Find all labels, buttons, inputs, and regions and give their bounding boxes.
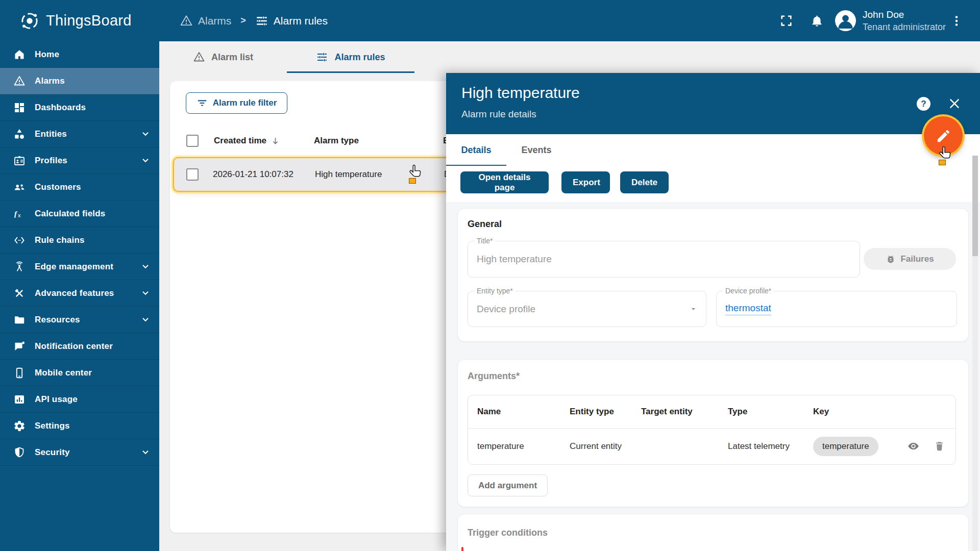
notifications-bell-button[interactable] [806,0,827,41]
tab-alarm-list[interactable]: Alarm list [159,41,287,73]
sidebar-item-home[interactable]: Home [0,41,159,68]
warning-icon [180,14,193,28]
user-info[interactable]: John Doe Tenant administrator [863,0,946,41]
badge-icon [13,155,26,167]
filter-button-label: Alarm rule filter [213,98,277,108]
column-alarm-type[interactable]: Alarm type [314,136,359,146]
svg-text:x: x [18,212,21,218]
sidebar-item-calculated-fields[interactable]: fx Calculated fields [0,201,159,227]
device-profile-link[interactable]: thermostat [725,303,771,315]
export-button[interactable]: Export [561,171,610,193]
sidebar-item-label: Dashboards [35,103,86,113]
delete-button[interactable]: Delete [620,171,669,193]
chevron-down-icon [140,261,151,272]
column-created-time[interactable]: Created time [214,136,266,146]
help-icon[interactable]: ? [917,97,930,111]
bug-icon [886,254,896,264]
title-field-value: High temperature [477,241,552,277]
breadcrumb-alarm-rules[interactable]: Alarm rules [255,14,328,28]
warning-icon [13,75,26,87]
alarm-rule-filter-button[interactable]: Alarm rule filter [186,92,287,114]
breadcrumb-alarms[interactable]: Alarms [180,14,231,28]
sidebar-item-settings[interactable]: Settings [0,413,159,439]
validation-error-marker [461,547,463,551]
user-avatar[interactable] [835,10,856,31]
fullscreen-button[interactable] [776,0,796,41]
sort-desc-icon[interactable] [271,136,280,146]
chevron-down-icon [140,128,151,139]
thingsboard-logo[interactable]: ThingsBoard [19,0,132,41]
column-target-entity: Target entity [641,407,728,417]
trigger-conditions-heading: Trigger conditions [468,528,548,538]
phone-icon [13,367,26,379]
people-icon [13,181,26,193]
sidebar-item-entities[interactable]: Entities [0,121,159,147]
panel-scrollbar-thumb[interactable] [972,156,978,256]
sidebar-item-dashboards[interactable]: Dashboards [0,94,159,121]
sidebar-item-alarms[interactable]: Alarms [0,68,159,94]
sidebar-item-advanced-features[interactable]: Advanced features [0,280,159,307]
failures-button-label: Failures [900,254,934,264]
trash-icon[interactable] [934,440,945,452]
tab-label: Alarm rules [334,52,385,63]
argument-type: Latest telemetry [728,441,813,452]
title-field[interactable]: Title* High temperature [468,241,860,278]
argument-key-cell: temperature [813,437,907,456]
close-icon[interactable] [948,97,961,110]
column-entity-type: Entity type [570,407,641,417]
eye-icon[interactable] [907,440,920,453]
sidebar-item-profiles[interactable]: Profiles [0,147,159,174]
kebab-menu-button[interactable] [947,0,966,41]
brand-name: ThingsBoard [46,12,132,29]
arguments-table: Name Entity type Target entity Type Key … [468,395,956,465]
tab-details[interactable]: Details [446,134,506,166]
dropdown-arrow-icon [689,305,698,313]
tab-label: Events [521,145,551,156]
sidebar-item-security[interactable]: Security [0,439,159,466]
cell-alarm-type: High temperature [315,169,382,180]
rule-chain-icon [13,234,26,246]
entity-type-select[interactable]: Entity type* Device profile [468,291,706,327]
panel-title: High temperature [461,84,580,102]
shapes-icon [13,128,26,140]
general-section: General Title* High temperature Failures… [457,208,969,342]
sidebar-item-edge-management[interactable]: Edge management [0,254,159,280]
tab-events[interactable]: Events [506,134,567,166]
sidebar-item-label: Settings [35,421,70,431]
device-profile-field[interactable]: Device profile* thermostat [716,291,957,327]
sidebar-item-label: Resources [35,315,80,325]
general-heading: General [468,219,502,230]
arguments-section: Arguments* Name Entity type Target entit… [457,359,969,507]
chevron-down-icon [140,446,151,458]
sidebar-item-label: Customers [35,182,81,192]
sidebar-item-label: Rule chains [35,235,85,245]
sidebar-item-mobile-center[interactable]: Mobile center [0,360,159,386]
select-all-checkbox[interactable] [186,135,199,147]
edit-fab-button[interactable] [924,116,963,155]
add-argument-button[interactable]: Add argument [468,474,548,496]
sidebar-item-label: Calculated fields [35,209,106,219]
warning-icon [193,51,205,63]
key-chip: temperature [813,437,878,456]
breadcrumb-separator: > [240,15,246,26]
sidebar-item-resources[interactable]: Resources [0,307,159,333]
entity-type-value: Device profile [477,291,535,327]
message-icon [13,340,26,353]
dashboards-icon [13,102,26,114]
sidebar-item-api-usage[interactable]: API usage [0,386,159,413]
panel-tab-bar: Details Events [446,134,980,166]
tab-alarm-rules[interactable]: Alarm rules [287,41,414,73]
panel-action-buttons: Open details page Export Delete [446,166,980,202]
sidebar-item-label: Security [35,447,70,458]
antenna-icon [13,261,26,273]
row-checkbox[interactable] [186,168,199,181]
sidebar-item-notification-center[interactable]: Notification center [0,333,159,360]
open-details-page-button[interactable]: Open details page [460,171,549,193]
sidebar-item-label: Entities [35,129,67,139]
sidebar-item-customers[interactable]: Customers [0,174,159,201]
sidebar-item-rule-chains[interactable]: Rule chains [0,227,159,254]
tab-label: Alarm list [211,52,253,63]
failures-button[interactable]: Failures [864,248,956,270]
sidebar-item-label: Alarms [35,76,65,86]
panel-scrollbar-track[interactable] [972,156,978,551]
